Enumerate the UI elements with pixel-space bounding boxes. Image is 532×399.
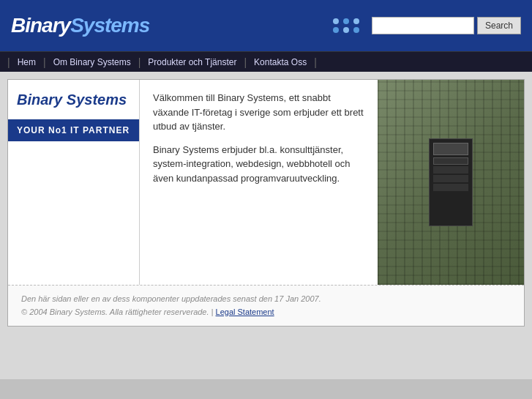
main-wrapper: Binary Systems YOUR No1 IT PARTNER Välko… bbox=[0, 72, 532, 379]
sidebar-banner: YOUR No1 IT PARTNER bbox=[8, 119, 139, 141]
sidebar: Binary Systems YOUR No1 IT PARTNER bbox=[8, 80, 140, 285]
server-cage-bg bbox=[378, 80, 524, 285]
article-area: Välkommen till Binary Systems, ett snabb… bbox=[140, 80, 378, 285]
article-paragraph-2: Binary Systems erbjuder bl.a. konsulttjä… bbox=[153, 143, 364, 186]
sidebar-title-block: Binary Systems bbox=[8, 80, 139, 112]
logo: BinarySystems bbox=[11, 14, 149, 37]
server-image bbox=[378, 80, 524, 285]
nav-item-kontakt[interactable]: Kontakta Oss bbox=[248, 57, 312, 67]
dot-6 bbox=[353, 27, 359, 33]
header-right: Search bbox=[333, 17, 521, 34]
nav-item-om[interactable]: Om Binary Systems bbox=[48, 57, 137, 67]
logo-part1: Binary bbox=[11, 14, 70, 37]
dot-3 bbox=[353, 18, 359, 24]
dot-4 bbox=[333, 27, 339, 33]
nav-sep-end: | bbox=[314, 56, 317, 68]
content-box: Binary Systems YOUR No1 IT PARTNER Välko… bbox=[7, 79, 525, 327]
dot-1 bbox=[333, 18, 339, 24]
footer-copyright: © 2004 Binary Systems. Alla rättigheter … bbox=[21, 307, 209, 316]
content-top: Binary Systems YOUR No1 IT PARTNER Välko… bbox=[8, 80, 524, 285]
search-button[interactable]: Search bbox=[477, 17, 521, 34]
search-form: Search bbox=[372, 17, 521, 34]
nav-sep-start: | bbox=[7, 56, 10, 68]
logo-part2: Systems bbox=[70, 14, 149, 37]
dots-decoration bbox=[333, 18, 361, 33]
nav-item-produkter[interactable]: Produkter och Tjänster bbox=[142, 57, 242, 67]
content-footer: Den här sidan eller en av dess komponent… bbox=[8, 285, 524, 326]
header: BinarySystems Search bbox=[0, 0, 532, 51]
navbar: | Hem | Om Binary Systems | Produkter oc… bbox=[0, 51, 532, 72]
dot-5 bbox=[343, 27, 349, 33]
outer-bg bbox=[0, 379, 532, 399]
nav-sep-2: | bbox=[138, 56, 141, 68]
nav-sep-1: | bbox=[43, 56, 46, 68]
legal-statement-link[interactable]: Legal Statement bbox=[216, 307, 274, 316]
footer-updated-text: Den här sidan eller en av dess komponent… bbox=[21, 294, 321, 303]
article-paragraph-1: Välkommen till Binary Systems, ett snabb… bbox=[153, 91, 364, 134]
nav-item-hem[interactable]: Hem bbox=[12, 57, 42, 67]
search-input[interactable] bbox=[372, 17, 474, 34]
nav-sep-3: | bbox=[244, 56, 247, 68]
footer-updated: Den här sidan eller en av dess komponent… bbox=[21, 293, 511, 318]
sidebar-title: Binary Systems bbox=[17, 91, 130, 108]
dot-2 bbox=[343, 18, 349, 24]
server-rack bbox=[429, 138, 473, 226]
